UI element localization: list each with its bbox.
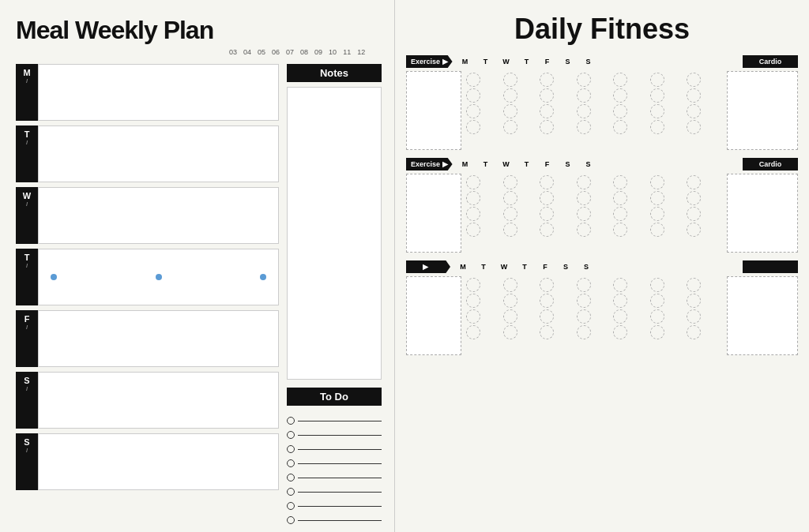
- day-row: T /: [16, 126, 279, 182]
- exercise-badge-2: Exercise ▶: [406, 158, 453, 170]
- cardio-box-2[interactable]: [727, 174, 798, 253]
- todo-item[interactable]: [287, 488, 382, 496]
- fitness-body-row-2: [406, 174, 798, 253]
- todo-item[interactable]: [287, 459, 382, 467]
- todo-line: [298, 520, 382, 521]
- day-row: T /: [16, 249, 279, 305]
- day-row: M /: [16, 64, 279, 121]
- day-row: F /: [16, 310, 279, 367]
- day-label-t1: T /: [16, 126, 38, 182]
- todo-circle: [287, 459, 295, 467]
- fitness-header-row-1: Exercise ▶ M T W T F S S Cardio: [406, 55, 798, 68]
- day-label-s2: S /: [16, 433, 38, 490]
- fitness-section-2: Exercise ▶ M T W T F S S Cardio: [406, 158, 798, 253]
- notes-todo-column: Notes To Do: [287, 64, 382, 524]
- day-label-t2: T /: [16, 249, 38, 305]
- exercise-box-2[interactable]: [406, 174, 461, 253]
- days-column: M / T / W /: [16, 64, 279, 524]
- todo-circle: [287, 516, 295, 524]
- day-label-s1: S /: [16, 372, 38, 429]
- todo-line: [298, 492, 382, 493]
- left-panel: Meal Weekly Plan 03 04 05 06 07 08 09 10…: [0, 0, 395, 532]
- todo-header: To Do: [287, 388, 382, 406]
- day-row: W /: [16, 187, 279, 244]
- page: Meal Weekly Plan 03 04 05 06 07 08 09 10…: [0, 0, 809, 532]
- todo-circle: [287, 502, 295, 510]
- day-box-t1[interactable]: [38, 126, 279, 182]
- todo-line: [298, 421, 382, 421]
- cardio-badge-3: [743, 260, 798, 273]
- fitness-header-row-3: ▶ M T W T F S S: [406, 260, 798, 273]
- exercise-badge-1: Exercise ▶: [406, 55, 453, 68]
- day-headers-2: M T W T F S S: [456, 160, 739, 168]
- day-box-m[interactable]: [38, 64, 279, 121]
- circles-grid-2: [465, 174, 724, 238]
- day-box-w[interactable]: [38, 187, 279, 244]
- day-label-w: W /: [16, 187, 38, 244]
- fitness-body-row-3: [406, 276, 798, 355]
- todo-line: [298, 463, 382, 464]
- todo-circle: [287, 431, 295, 439]
- notes-box[interactable]: [287, 87, 382, 380]
- todo-list: [287, 417, 382, 524]
- day-box-s1[interactable]: [38, 372, 279, 429]
- circles-grid-3: [465, 276, 724, 341]
- notes-header: Notes: [287, 64, 382, 82]
- day-row: S /: [16, 372, 279, 429]
- day-headers-1: M T W T F S S: [456, 58, 739, 66]
- timeline-bar: 03 04 05 06 07 08 09 10 11 12: [16, 48, 382, 56]
- exercise-box-1[interactable]: [406, 71, 461, 150]
- todo-circle: [287, 445, 295, 453]
- day-box-s2[interactable]: [38, 433, 279, 490]
- circles-grid-1: [465, 71, 724, 136]
- fitness-header-row-2: Exercise ▶ M T W T F S S Cardio: [406, 158, 798, 170]
- todo-item[interactable]: [287, 431, 382, 439]
- fitness-title: Daily Fitness: [406, 13, 798, 46]
- todo-line: [298, 478, 382, 478]
- right-panel: Daily Fitness Exercise ▶ M T W T F S S C…: [395, 0, 809, 532]
- day-label-m: M /: [16, 64, 38, 121]
- cardio-box-1[interactable]: [727, 71, 798, 150]
- fitness-body-row-1: [406, 71, 798, 150]
- page-title: Meal Weekly Plan: [16, 16, 382, 45]
- todo-item[interactable]: [287, 474, 382, 481]
- fitness-section-1: Exercise ▶ M T W T F S S Cardio: [406, 55, 798, 150]
- day-row: S /: [16, 433, 279, 490]
- cardio-badge-1: Cardio: [743, 55, 798, 68]
- todo-line: [298, 435, 382, 436]
- todo-item[interactable]: [287, 502, 382, 510]
- day-box-t2[interactable]: [38, 249, 279, 305]
- todo-item[interactable]: [287, 417, 382, 425]
- todo-circle: [287, 417, 295, 425]
- left-content: M / T / W /: [16, 64, 382, 524]
- todo-circle: [287, 488, 295, 496]
- day-box-f[interactable]: [38, 310, 279, 367]
- cardio-badge-2: Cardio: [743, 158, 798, 170]
- day-headers-3: M T W T F S S: [453, 263, 739, 271]
- todo-item[interactable]: [287, 516, 382, 524]
- cardio-box-3[interactable]: [727, 276, 798, 355]
- todo-circle: [287, 474, 295, 481]
- day-label-f: F /: [16, 310, 38, 367]
- todo-line: [298, 449, 382, 450]
- fitness-sections: Exercise ▶ M T W T F S S Cardio: [406, 55, 798, 524]
- exercise-box-3[interactable]: [406, 276, 461, 355]
- todo-item[interactable]: [287, 445, 382, 453]
- todo-line: [298, 506, 382, 507]
- fitness-section-3: ▶ M T W T F S S: [406, 260, 798, 355]
- exercise-badge-3: ▶: [406, 260, 450, 273]
